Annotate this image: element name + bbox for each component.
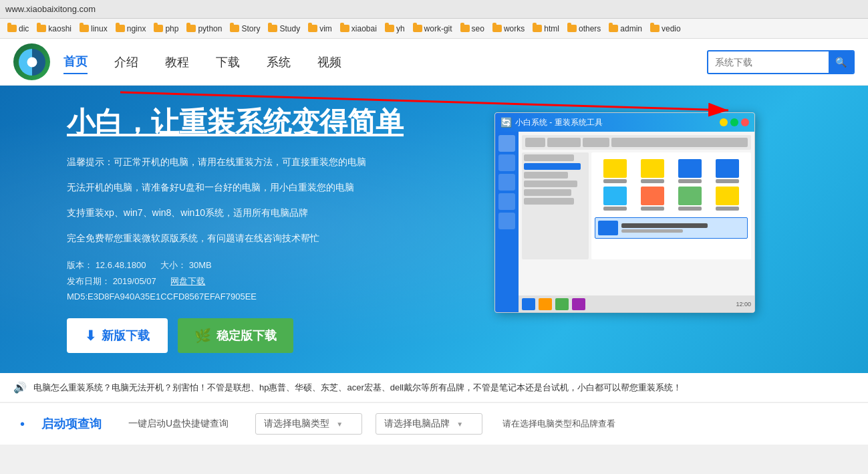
file-item-1 — [598, 159, 632, 183]
nav-link-介绍[interactable]: 介绍 — [114, 51, 138, 74]
close-button[interactable] — [741, 118, 749, 126]
minimize-button[interactable] — [720, 118, 728, 126]
select-arrow-1: ▼ — [336, 421, 343, 428]
taskbar-icon-2 — [539, 298, 552, 310]
bookmark-label: yh — [396, 24, 405, 33]
folder-icon — [80, 25, 89, 32]
browser-url: www.xiaobaixitong.com — [5, 4, 96, 14]
selected-file-icon — [598, 221, 618, 235]
panel-item-1 — [524, 154, 574, 161]
hero-buttons: ⬇ 新版下载 🌿 稳定版下载 — [67, 318, 468, 353]
panel-item-6 — [524, 198, 574, 205]
bookmark-label: dic — [19, 24, 29, 33]
bookmark-yh[interactable]: yh — [382, 23, 408, 35]
file-name-bar — [621, 223, 708, 228]
date-label: 发布日期： — [67, 276, 110, 286]
taskbar-icon-3 — [555, 298, 569, 310]
folder-icon — [230, 25, 239, 32]
file-icon-5 — [603, 187, 627, 205]
version-label: 版本： — [67, 260, 93, 270]
site-logo — [13, 43, 50, 80]
window-title: 小白系统 - 重装系统工具 — [515, 117, 716, 128]
sidebar-icon-4 — [498, 193, 515, 210]
bookmark-label: works — [504, 24, 525, 33]
file-icon-yellow-1 — [603, 159, 627, 178]
nav-link-下载[interactable]: 下载 — [216, 51, 240, 74]
select-arrow-2: ▼ — [456, 421, 463, 428]
selected-file — [595, 217, 748, 239]
bookmark-study[interactable]: Study — [265, 23, 303, 35]
folder-icon — [385, 25, 394, 32]
sidebar-icon-2 — [498, 154, 515, 171]
nav-link-首页[interactable]: 首页 — [63, 50, 88, 74]
file-item-7 — [673, 187, 707, 211]
folder-icon — [492, 25, 502, 32]
folder-icon — [37, 25, 46, 32]
bookmark-php[interactable]: php — [150, 23, 182, 35]
bookmarks-bar: dickaoshilinuxnginxphppythonStoryStudyvi… — [0, 19, 868, 39]
pc-brand-placeholder: 请选择电脑品牌 — [384, 418, 450, 430]
bookmark-vim[interactable]: vim — [305, 23, 335, 35]
taskbar-icon-4 — [572, 298, 585, 310]
content-area — [522, 152, 751, 259]
bookmark-label: vim — [319, 24, 332, 33]
bookmark-python[interactable]: python — [183, 23, 225, 35]
bookmark-label: linux — [91, 24, 108, 33]
folder-icon — [533, 25, 542, 32]
bookmark-story[interactable]: Story — [227, 23, 263, 35]
nav-header: 首页介绍教程下载系统视频 🔍 — [0, 39, 868, 86]
folder-icon — [340, 25, 349, 32]
md5-value: MD5:E3D8FA940A35E1CCFD8567EFAF7905EE — [67, 291, 257, 302]
bookmark-work-git[interactable]: work-git — [410, 23, 456, 35]
bookmark-kaoshi[interactable]: kaoshi — [33, 23, 75, 35]
bookmark-works[interactable]: works — [489, 23, 528, 35]
bookmark-html[interactable]: html — [529, 23, 563, 35]
bookmark-label: admin — [620, 24, 642, 33]
bookmark-linux[interactable]: linux — [76, 23, 111, 35]
file-icon-6 — [641, 187, 664, 205]
window-controls — [720, 118, 749, 126]
file-label-4 — [716, 179, 739, 183]
date-value: 2019/05/07 — [113, 276, 156, 286]
right-panel — [591, 152, 751, 259]
pc-type-select[interactable]: 请选择电脑类型 ▼ — [255, 413, 362, 435]
hero-meta: 版本： 12.6.48.1800 大小： 30MB 发布日期： 2019/05/… — [67, 257, 468, 304]
bookmark-dic[interactable]: dic — [4, 23, 32, 35]
section-hint: 请在选择电脑类型和品牌查看 — [502, 418, 615, 430]
panel-item-2 — [524, 163, 581, 170]
bookmark-label: others — [579, 24, 601, 33]
stable-download-button[interactable]: 🌿 稳定版下载 — [178, 318, 293, 353]
bookmark-vedio[interactable]: vedio — [647, 23, 684, 35]
bookmark-admin[interactable]: admin — [605, 23, 645, 35]
file-item-6 — [635, 187, 670, 211]
bookmark-label: xiaobai — [351, 24, 377, 33]
file-icon-blue-1 — [678, 159, 702, 178]
bookmark-nginx[interactable]: nginx — [112, 23, 150, 35]
hero-desc4: 完全免费帮您重装微软原版系统，有问题请在线咨询技术帮忙 — [67, 229, 468, 247]
panel-item-5 — [524, 189, 571, 196]
hero-desc3: 支持重装xp、win7、win8、win10系统，适用所有电脑品牌 — [67, 203, 468, 222]
file-item-3 — [673, 159, 707, 183]
search-button[interactable]: 🔍 — [829, 51, 853, 73]
bookmark-xiaobai[interactable]: xiaobai — [337, 23, 380, 35]
file-item-8 — [710, 187, 744, 211]
download-circle-icon: ⬇ — [85, 328, 96, 344]
hero-desc1: 温馨提示：可正常开机的电脑，请用在线重装方法，可直接重装您的电脑 — [67, 152, 468, 171]
nav-link-系统[interactable]: 系统 — [267, 51, 291, 74]
pc-brand-select[interactable]: 请选择电脑品牌 ▼ — [376, 413, 482, 435]
maximize-button[interactable] — [730, 118, 738, 126]
new-download-label: 新版下载 — [102, 328, 150, 344]
nav-link-视频[interactable]: 视频 — [317, 51, 341, 74]
file-grid — [595, 156, 748, 214]
folder-icon — [268, 25, 277, 32]
new-download-button[interactable]: ⬇ 新版下载 — [67, 318, 168, 353]
bookmark-label: php — [165, 24, 178, 33]
file-item-2 — [635, 159, 670, 183]
nav-link-教程[interactable]: 教程 — [165, 51, 189, 74]
bookmark-others[interactable]: others — [564, 23, 604, 35]
taskbar-clock: 12:00 — [736, 301, 751, 308]
sidebar-icon-1 — [498, 135, 515, 152]
netdisk-link[interactable]: 网盘下载 — [170, 276, 205, 286]
search-input[interactable] — [708, 53, 829, 71]
bookmark-seo[interactable]: seo — [457, 23, 488, 35]
